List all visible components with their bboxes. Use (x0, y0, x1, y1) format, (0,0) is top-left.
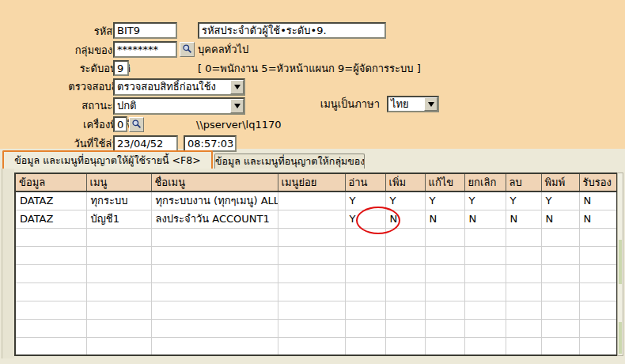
table-cell[interactable]: ลงประจำวัน ACCOUNT1 (151, 210, 278, 228)
table-cell (464, 337, 506, 355)
table-cell[interactable]: N (579, 191, 617, 210)
table-row[interactable]: DATAZ ทุกระบบ ทุกระบบงาน (ทุกๆเมนู) ALL … (15, 191, 617, 210)
user-group-input[interactable]: ******** (113, 41, 177, 58)
table-row-empty[interactable] (15, 246, 617, 264)
table-cell (345, 264, 385, 282)
table-cell (541, 228, 579, 246)
table-cell[interactable]: N (579, 210, 617, 228)
col-header-menu[interactable]: เมนู (86, 173, 151, 191)
printer-input[interactable]: 0 (113, 116, 127, 132)
table-cell[interactable]: N (541, 210, 579, 228)
red-highlight-ellipse (356, 207, 400, 234)
printer-lookup-button[interactable] (129, 117, 144, 132)
scrollbar-thumb[interactable] (619, 240, 622, 284)
table-cell[interactable] (278, 210, 345, 228)
col-header-add[interactable]: เพิ่ม (385, 173, 425, 191)
table-cell (579, 337, 617, 355)
menu-language-dropdown[interactable]: ไทย (387, 96, 439, 112)
menu-language-dropdown-button[interactable] (424, 97, 438, 111)
table-cell (385, 282, 425, 301)
user-status-dropdown[interactable]: ปกติ (113, 97, 245, 115)
table-cell (278, 337, 345, 355)
table-cell[interactable]: Y (541, 191, 579, 210)
last-used-time-input[interactable]: 08:57:03 (184, 135, 237, 152)
table-row-empty[interactable] (15, 228, 617, 246)
table-cell[interactable]: N (506, 210, 541, 228)
table-cell (385, 246, 425, 264)
col-header-data[interactable]: ข้อมูล (15, 173, 86, 191)
col-header-read[interactable]: อ่าน (345, 173, 385, 191)
col-header-submenu[interactable]: เมนูย่อย (278, 173, 345, 191)
table-cell (464, 228, 506, 246)
table-row-empty[interactable] (15, 337, 617, 355)
table-row-empty[interactable] (15, 264, 617, 282)
col-header-print[interactable]: พิมพ์ (541, 173, 579, 191)
table-cell (385, 264, 425, 282)
user-group-description: บุคคลทั่วไป (198, 42, 248, 58)
table-cell[interactable]: Y (425, 191, 464, 210)
user-id-input[interactable]: BIT9 (113, 22, 177, 39)
user-id-description-field[interactable]: รหัสประจำตัวผู้ใช้•ระดับ•9. (198, 22, 386, 39)
table-cell (15, 319, 86, 337)
table-row-empty[interactable] (15, 282, 617, 301)
col-header-edit[interactable]: แก้ไข (425, 173, 464, 191)
chevron-down-icon (234, 85, 241, 89)
last-used-date-input[interactable]: 23/04/52 (113, 135, 178, 152)
table-cell[interactable]: N (464, 210, 506, 228)
col-header-approve[interactable]: รับรอง (579, 173, 617, 191)
table-cell[interactable]: DATAZ (15, 210, 86, 228)
col-header-delete[interactable]: ลบ (506, 173, 541, 191)
table-row[interactable]: DATAZ บัญชี1 ลงประจำวัน ACCOUNT1 Y N N N… (15, 210, 617, 228)
table-cell[interactable]: ทุกระบบ (86, 191, 151, 210)
table-cell (579, 264, 617, 282)
table-cell (86, 228, 151, 246)
table-cell[interactable]: Y (464, 191, 506, 210)
table-cell[interactable]: Y (385, 191, 425, 210)
user-group-lookup-button[interactable] (180, 42, 195, 57)
table-cell[interactable]: Y (506, 191, 541, 210)
table-row-empty[interactable] (15, 319, 617, 337)
table-cell (464, 246, 506, 264)
table-cell[interactable]: บัญชี1 (86, 210, 151, 228)
table-cell (579, 319, 617, 337)
table-cell (464, 282, 506, 301)
permission-table: ข้อมูล เมนู ชื่อเมนู เมนูย่อย อ่าน เพิ่ม… (14, 173, 618, 356)
table-cell (278, 264, 345, 282)
table-cell[interactable]: ทุกระบบงาน (ทุกๆเมนู) ALL MENU (151, 191, 278, 210)
table-cell[interactable]: DATAZ (15, 191, 86, 210)
table-cell (506, 282, 541, 301)
col-header-cancel[interactable]: ยกเลิก (464, 173, 506, 191)
table-cell (278, 301, 345, 319)
table-cell (345, 337, 385, 355)
approval-level-input[interactable]: 9 (113, 60, 129, 76)
col-header-menuname[interactable]: ชื่อเมนู (151, 173, 278, 191)
check-rights-dropdown-button[interactable] (230, 80, 244, 94)
table-cell (464, 301, 506, 319)
table-cell (579, 246, 617, 264)
magnifier-icon (131, 119, 142, 131)
tab-group-permissions[interactable]: ข้อมูล และเมนูที่อนุญาตให้กลุ่มของผู้ใช้… (214, 154, 365, 169)
table-cell (151, 301, 278, 319)
table-cell (425, 228, 464, 246)
table-cell (506, 301, 541, 319)
printer-path: \\pserver\lq1170 (196, 117, 282, 133)
table-header-row: ข้อมูล เมนู ชื่อเมนู เมนูย่อย อ่าน เพิ่ม… (15, 173, 617, 191)
table-cell (86, 301, 151, 319)
user-status-dropdown-button[interactable] (230, 99, 244, 113)
table-scrollbar[interactable] (617, 173, 623, 356)
table-cell (506, 337, 541, 355)
table-cell[interactable] (278, 191, 345, 210)
table-cell (506, 319, 541, 337)
table-cell (385, 337, 425, 355)
table-cell[interactable]: N (425, 210, 464, 228)
table-cell (15, 282, 86, 301)
table-row-empty[interactable] (15, 301, 617, 319)
table-cell (86, 319, 151, 337)
table-cell (541, 282, 579, 301)
table-cell (15, 228, 86, 246)
check-rights-dropdown[interactable]: ตรวจสอบสิทธิ์ก่อนใช้ง (113, 78, 245, 96)
table-cell (425, 282, 464, 301)
tab-user-permissions[interactable]: ข้อมูล และเมนูที่อนุญาตให้ผู้ใช้รายนี้ <… (2, 150, 213, 169)
scrollbar-thumb[interactable] (619, 322, 622, 354)
table-cell (86, 337, 151, 355)
